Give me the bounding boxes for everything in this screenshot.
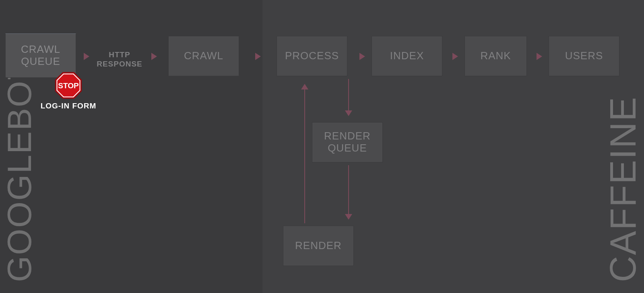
connector-http-response: HTTP RESPONSE (95, 50, 144, 69)
arrow-down-icon (345, 214, 352, 220)
node-label: INDEX (390, 50, 424, 62)
arrow-icon (452, 53, 458, 60)
arrow-icon (84, 53, 89, 60)
line-process-to-renderqueue (348, 79, 349, 111)
node-label: RENDER (295, 240, 342, 252)
node-users: USERS (549, 36, 619, 76)
node-label: RENDER QUEUE (315, 130, 380, 154)
arrow-icon (359, 53, 365, 60)
connector-label: HTTP RESPONSE (97, 50, 142, 68)
line-renderqueue-to-render (348, 165, 349, 215)
node-crawl-queue: CRAWL QUEUE (5, 33, 76, 78)
arrow-icon (151, 53, 157, 60)
side-label-caffeine: CAFFEINE (603, 93, 644, 282)
node-label: CRAWL QUEUE (8, 44, 73, 68)
node-render-queue: RENDER QUEUE (312, 122, 383, 162)
stop-sign-icon: STOP (55, 72, 82, 99)
node-label: RANK (480, 50, 511, 62)
node-index: INDEX (372, 36, 442, 76)
node-rank: RANK (464, 36, 527, 76)
arrow-down-icon (345, 110, 352, 116)
stop-block: STOP LOG-IN FORM (28, 72, 109, 111)
node-label: USERS (565, 50, 603, 62)
node-process: PROCESS (277, 36, 347, 76)
node-label: CRAWL (184, 50, 223, 62)
arrow-up-icon (301, 84, 308, 89)
arrow-icon (537, 53, 542, 60)
side-label-googlebot: GOOGLEBOT (0, 93, 39, 282)
stop-sign-text: STOP (58, 81, 79, 90)
arrow-icon (255, 53, 261, 60)
node-render: RENDER (283, 226, 354, 266)
node-crawl: CRAWL (168, 36, 239, 76)
diagram-stage: GOOGLEBOT CAFFEINE CRAWL QUEUE HTTP RESP… (0, 0, 644, 293)
line-render-to-process (304, 89, 305, 223)
stop-caption: LOG-IN FORM (28, 102, 109, 111)
node-label: PROCESS (285, 50, 339, 62)
